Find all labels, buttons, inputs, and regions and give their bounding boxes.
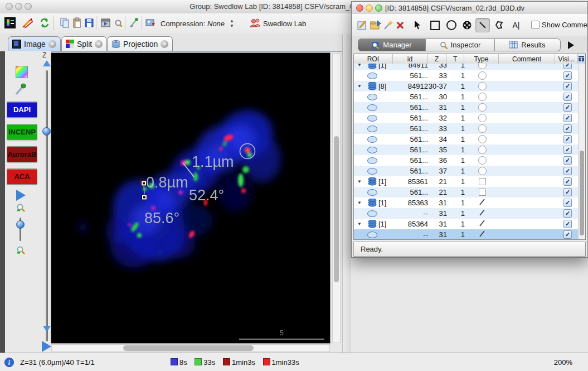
tab-manager[interactable]: Manager — [358, 38, 426, 51]
show-comment-checkbox[interactable] — [531, 21, 540, 29]
column-header-roi[interactable]: ROI — [354, 54, 393, 64]
table-row[interactable]: 561...321✓ — [354, 113, 579, 123]
eyedropper-icon[interactable] — [14, 83, 27, 96]
edit-roi-button[interactable] — [355, 18, 370, 32]
rendering-settings-button[interactable] — [3, 16, 17, 30]
search-button[interactable] — [111, 16, 125, 30]
tab-projection-close-icon[interactable]: ✕ — [161, 40, 168, 48]
table-row[interactable]: 561...361✓ — [354, 155, 579, 166]
save-button[interactable] — [82, 16, 96, 30]
zoom-out-icon[interactable] — [15, 245, 26, 256]
vertical-scrollbar-thumb[interactable] — [334, 136, 339, 282]
column-header-visibility[interactable]: Visi... — [555, 54, 578, 64]
select-tool-button[interactable] — [410, 18, 424, 32]
line-tool-button[interactable] — [475, 18, 490, 32]
z-down-icon[interactable] — [43, 326, 51, 332]
column-header-z[interactable]: Z — [427, 54, 446, 64]
point-tool-button[interactable] — [460, 18, 474, 32]
tab-inspector[interactable]: Inspector — [426, 38, 495, 51]
visibility-checkbox[interactable]: ✓ — [563, 135, 572, 143]
edit-annotation-button[interactable] — [21, 16, 35, 30]
table-row[interactable]: ▼[8]8491230-371✓ — [354, 81, 579, 91]
visibility-checkbox[interactable]: ✓ — [563, 188, 572, 196]
visibility-checkbox[interactable]: ✓ — [563, 199, 572, 207]
table-row[interactable]: --311✓ — [354, 229, 579, 240]
visibility-checkbox[interactable]: ✓ — [563, 230, 572, 239]
channel-button-aca[interactable]: ACA — [7, 168, 37, 185]
expand-arrow-icon[interactable]: ▼ — [354, 179, 366, 184]
visibility-checkbox[interactable]: ✓ — [563, 220, 572, 228]
table-row[interactable]: ▼[1]84911331✓ — [354, 64, 579, 70]
visibility-checkbox[interactable]: ✓ — [563, 82, 572, 90]
visibility-checkbox[interactable]: ✓ — [563, 114, 572, 122]
export-image-button[interactable] — [144, 16, 157, 30]
tab-image[interactable]: Image ✕ — [8, 36, 61, 51]
expand-arrow-icon[interactable]: ▼ — [354, 221, 366, 227]
table-row[interactable]: ▼[1]85363311✓ — [354, 197, 579, 208]
table-row[interactable]: 561...351✓ — [354, 144, 579, 155]
z-slider-knob[interactable] — [42, 127, 51, 136]
table-row[interactable]: 561...331✓ — [354, 123, 579, 134]
expand-arrow-icon[interactable]: ▼ — [354, 200, 366, 205]
column-header-id[interactable]: id — [393, 54, 428, 64]
column-header-type[interactable]: Type — [464, 54, 499, 64]
compression-stepper[interactable]: ▲▼ — [230, 18, 234, 28]
roi-window-titlebar[interactable]: [ID: 3814858] CSFV/scram_02.r3d_D3D.dv — [352, 2, 587, 15]
z-slider-track[interactable] — [46, 70, 48, 341]
table-row[interactable]: ▼[1]85364311✓ — [354, 219, 579, 229]
refresh-button[interactable] — [38, 16, 51, 30]
expand-arrow-icon[interactable]: ▼ — [354, 84, 366, 89]
text-tool-button[interactable]: A| — [509, 18, 523, 32]
column-header-comment[interactable]: Comment — [499, 54, 556, 64]
zoom-window-button[interactable] — [375, 4, 382, 12]
table-scrollbar[interactable] — [578, 64, 585, 240]
table-row[interactable]: 561...371✓ — [354, 166, 579, 176]
visibility-checkbox[interactable]: ✓ — [563, 124, 572, 133]
delete-roi-button[interactable]: ✕ — [393, 18, 407, 32]
channel-button-aurorab[interactable]: AuroraB — [7, 146, 37, 162]
measurement-tool-button[interactable] — [127, 16, 140, 30]
tab-results[interactable]: Results — [495, 38, 561, 51]
group-button[interactable] — [249, 16, 262, 30]
polygon-tool-button[interactable] — [492, 18, 507, 32]
visibility-checkbox[interactable]: ✓ — [563, 64, 572, 69]
table-row[interactable]: 561...341✓ — [354, 134, 579, 144]
copy-button[interactable] — [58, 16, 71, 30]
table-scrollbar-thumb[interactable] — [580, 151, 584, 235]
table-row[interactable]: 561...301✓ — [354, 91, 579, 102]
horizontal-scrollbar[interactable] — [51, 344, 330, 352]
table-row[interactable]: 561...331✓ — [354, 70, 579, 81]
z-up-icon[interactable] — [43, 60, 51, 66]
visibility-checkbox[interactable]: ✓ — [563, 71, 572, 80]
channel-button-incenp[interactable]: INCENP — [7, 124, 37, 140]
more-tabs-icon[interactable] — [568, 41, 574, 49]
play-time-icon[interactable] — [42, 341, 51, 352]
rectangle-tool-button[interactable] — [427, 18, 442, 32]
minimize-window-button[interactable] — [366, 4, 373, 12]
column-chooser-button[interactable] — [578, 54, 585, 64]
visibility-checkbox[interactable]: ✓ — [563, 93, 572, 101]
visibility-checkbox[interactable]: ✓ — [563, 167, 572, 175]
image-viewport[interactable]: 1.1µm 0.8µm 52.4° 85.6° 5 — [51, 53, 330, 343]
visibility-checkbox[interactable]: ✓ — [563, 209, 572, 218]
table-row[interactable]: ▼[1]85361211✓ — [354, 176, 579, 187]
visibility-checkbox[interactable]: ✓ — [563, 146, 572, 154]
horizontal-scrollbar-thumb[interactable] — [123, 345, 254, 351]
color-picker-icon[interactable] — [16, 66, 28, 78]
visibility-checkbox[interactable]: ✓ — [563, 103, 572, 112]
tab-split-close-icon[interactable]: ✕ — [95, 40, 103, 48]
tab-projection[interactable]: Projection ✕ — [107, 36, 173, 51]
compression-value[interactable]: None — [207, 20, 225, 28]
play-channels-icon[interactable] — [16, 190, 26, 201]
paste-button[interactable] — [70, 16, 84, 30]
vertical-scrollbar[interactable] — [332, 53, 341, 343]
table-row[interactable]: 561...311✓ — [354, 102, 579, 113]
tab-split[interactable]: Split ✕ — [61, 36, 107, 51]
zoom-in-icon[interactable] — [15, 203, 26, 213]
table-row[interactable]: 561...211✓ — [354, 187, 579, 197]
expand-arrow-icon[interactable]: ▼ — [354, 64, 366, 68]
close-window-button[interactable] — [356, 4, 363, 12]
ellipse-tool-button[interactable] — [444, 18, 459, 32]
column-header-t[interactable]: T — [446, 54, 464, 64]
visibility-checkbox[interactable]: ✓ — [563, 177, 572, 186]
